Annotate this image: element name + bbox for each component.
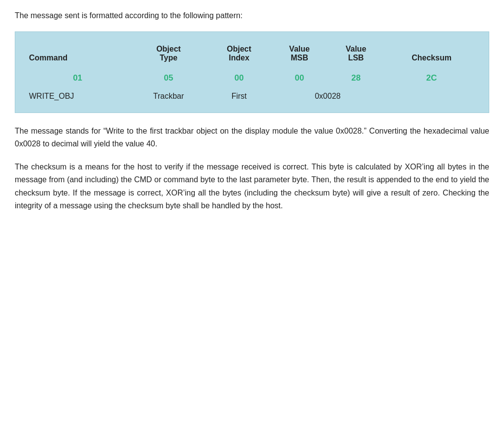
label-checksum: [384, 90, 479, 105]
header-value-lsb: ValueLSB: [327, 40, 384, 69]
label-command: WRITE_OBJ: [25, 90, 130, 105]
header-value-msb: ValueMSB: [271, 40, 328, 69]
header-object-type: ObjectType: [130, 40, 207, 69]
header-checksum: Checksum: [384, 40, 479, 69]
value-command: 01: [25, 69, 130, 90]
message-table: Command ObjectType ObjectIndex ValueMSB …: [25, 40, 479, 105]
checksum-text: The checksum is a means for the host to …: [15, 161, 489, 213]
label-object-index: First: [207, 90, 271, 105]
value-msb: 00: [271, 69, 328, 90]
table-header-row: Command ObjectType ObjectIndex ValueMSB …: [25, 40, 479, 69]
intro-text: The message sent is formatted according …: [15, 10, 489, 22]
value-object-index: 00: [207, 69, 271, 90]
value-object-type: 05: [130, 69, 207, 90]
label-object-type: Trackbar: [130, 90, 207, 105]
header-object-index: ObjectIndex: [207, 40, 271, 69]
table-values-row: 01 05 00 00 28 2C: [25, 69, 479, 90]
header-command: Command: [25, 40, 130, 69]
table-labels-row: WRITE_OBJ Trackbar First 0x0028: [25, 90, 479, 105]
description-text: The message stands for “Write to the fir…: [15, 125, 489, 151]
value-lsb: 28: [327, 69, 384, 90]
message-table-container: Command ObjectType ObjectIndex ValueMSB …: [15, 31, 489, 113]
value-checksum: 2C: [384, 69, 479, 90]
label-value: 0x0028: [271, 90, 385, 105]
